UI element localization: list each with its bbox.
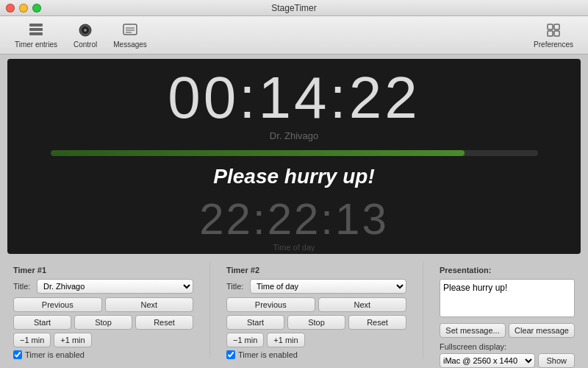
timer2-enabled-label: Timer is enabled xyxy=(238,350,298,359)
timer2-minus-button[interactable]: −1 min xyxy=(226,333,264,347)
timer2-title-select[interactable]: Time of day xyxy=(250,279,406,294)
svg-rect-13 xyxy=(554,31,559,36)
timer1-title-select[interactable]: Dr. Zhivago xyxy=(37,279,193,294)
timer2-enabled-row: Timer is enabled xyxy=(226,350,406,359)
minimize-button[interactable] xyxy=(19,4,28,13)
timer2-enabled-checkbox[interactable] xyxy=(226,350,235,359)
timer2-panel: Timer #2 Title: Time of day Previous Nex… xyxy=(220,261,412,358)
toolbar-timer-entries-label: Timer entries xyxy=(15,40,57,49)
messages-icon xyxy=(121,21,139,39)
timer2-plus-button[interactable]: +1 min xyxy=(267,333,304,347)
toolbar-messages-label: Messages xyxy=(113,40,147,49)
divider1 xyxy=(209,261,210,358)
toolbar-messages[interactable]: Messages xyxy=(106,18,154,52)
preview-display: 00:14:22 Dr. Zhivago Please hurry up! 22… xyxy=(7,59,581,254)
toolbar-control[interactable]: Control xyxy=(66,18,104,52)
show-button[interactable]: Show xyxy=(538,353,575,368)
preferences-icon xyxy=(545,21,562,39)
svg-rect-1 xyxy=(29,28,43,31)
timer1-enabled-label: Timer is enabled xyxy=(25,350,85,359)
timer2-title: Timer #2 xyxy=(226,266,406,275)
timer1-stop-button[interactable]: Stop xyxy=(74,315,132,330)
message-textarea[interactable]: Please hurry up! xyxy=(440,279,575,317)
toolbar: Timer entries Control Messages xyxy=(0,16,588,54)
timer2-prev-button[interactable]: Previous xyxy=(226,297,315,312)
controls-area: Timer #1 Title: Dr. Zhivago Previous Nex… xyxy=(0,258,588,361)
timer-value: 00:14:22 xyxy=(168,68,420,127)
timer1-panel: Timer #1 Title: Dr. Zhivago Previous Nex… xyxy=(7,261,199,358)
timer2-next-button[interactable]: Next xyxy=(318,297,407,312)
display-select[interactable]: iMac @ 2560 x 1440 xyxy=(440,353,535,368)
divider2 xyxy=(423,261,423,358)
progress-bar-fill xyxy=(51,150,465,156)
timer1-minus-button[interactable]: −1 min xyxy=(13,333,51,347)
presentation-title: Presentation: xyxy=(440,266,575,275)
timer2-title-label: Title: xyxy=(226,282,247,291)
timer1-enabled-checkbox[interactable] xyxy=(13,350,22,359)
preview-message: Please hurry up! xyxy=(213,165,374,188)
timer1-enabled-row: Timer is enabled xyxy=(13,350,193,359)
toolbar-preferences[interactable]: Preferences xyxy=(526,18,581,52)
control-icon xyxy=(76,21,94,39)
presentation-panel: Presentation: Please hurry up! Set messa… xyxy=(434,261,581,358)
clear-message-button[interactable]: Clear message xyxy=(509,323,575,338)
timer1-adj-row: −1 min +1 min xyxy=(13,333,193,347)
timer1-title: Timer #1 xyxy=(13,266,193,275)
svg-rect-2 xyxy=(29,32,43,35)
clock-value: 22:22:13 xyxy=(199,197,389,241)
timer1-title-label: Title: xyxy=(13,282,34,291)
svg-rect-11 xyxy=(554,24,559,29)
maximize-button[interactable] xyxy=(32,4,41,13)
fullscreen-label: Fullscreen display: xyxy=(440,342,575,351)
timer2-stop-button[interactable]: Stop xyxy=(287,315,345,330)
toolbar-preferences-label: Preferences xyxy=(534,40,573,49)
toolbar-timer-entries[interactable]: Timer entries xyxy=(7,18,65,52)
timer-subtitle: Dr. Zhivago xyxy=(270,130,318,141)
timer2-adj-row: −1 min +1 min xyxy=(226,333,406,347)
fullscreen-row: iMac @ 2560 x 1440 Show xyxy=(440,353,575,368)
timer1-control-row: Start Stop Reset xyxy=(13,315,193,330)
svg-rect-6 xyxy=(123,24,137,35)
close-button[interactable] xyxy=(6,4,15,13)
timer2-reset-button[interactable]: Reset xyxy=(348,315,406,330)
titlebar: StageTimer xyxy=(0,0,588,16)
timer2-control-row: Start Stop Reset xyxy=(226,315,406,330)
timer1-next-button[interactable]: Next xyxy=(105,297,194,312)
toolbar-control-label: Control xyxy=(74,40,97,49)
progress-bar xyxy=(51,150,538,156)
message-btn-row: Set message... Clear message xyxy=(440,323,575,338)
timer1-title-row: Title: Dr. Zhivago xyxy=(13,279,193,294)
timer2-start-button[interactable]: Start xyxy=(226,315,284,330)
timer2-title-row: Title: Time of day xyxy=(226,279,406,294)
timer1-start-button[interactable]: Start xyxy=(13,315,71,330)
timer1-prev-next-row: Previous Next xyxy=(13,297,193,312)
set-message-button[interactable]: Set message... xyxy=(440,323,506,338)
window-title: StageTimer xyxy=(271,3,317,13)
timer-entries-icon xyxy=(27,21,45,39)
timer2-prev-next-row: Previous Next xyxy=(226,297,406,312)
svg-rect-10 xyxy=(548,24,553,29)
svg-rect-0 xyxy=(29,24,43,26)
window-controls[interactable] xyxy=(6,4,41,13)
timer1-reset-button[interactable]: Reset xyxy=(135,315,193,330)
clock-subtitle: Time of day xyxy=(273,243,315,252)
timer1-prev-button[interactable]: Previous xyxy=(13,297,102,312)
timer1-plus-button[interactable]: +1 min xyxy=(54,333,91,347)
svg-rect-12 xyxy=(548,31,553,36)
svg-point-5 xyxy=(84,29,87,32)
